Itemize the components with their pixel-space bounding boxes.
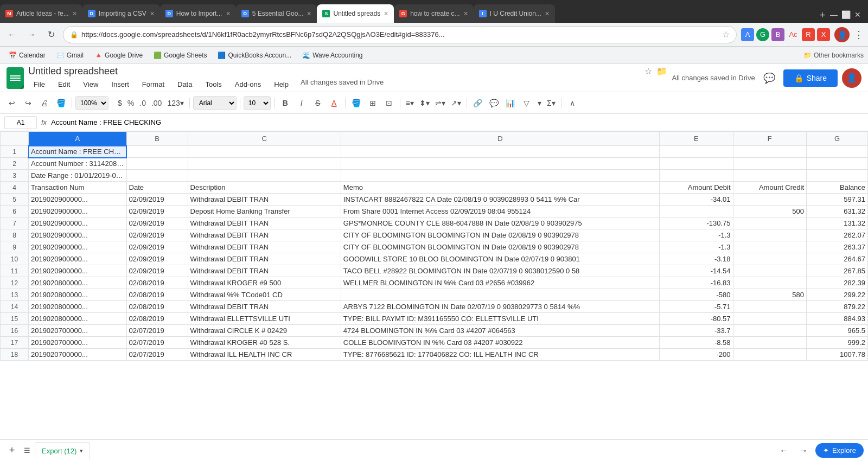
cell-d-row9[interactable]: CITY OF BLOOMINGTON BLOOMINGTON IN Date … [341, 241, 659, 253]
menu-tools[interactable]: Tools [200, 78, 227, 91]
cell-a-row8[interactable]: 2019020900000... [28, 229, 126, 241]
rotate-button[interactable]: ↗▾ [449, 95, 463, 111]
cell-c-row9[interactable]: Withdrawal DEBIT TRAN [188, 241, 341, 253]
cell-e-row2[interactable] [660, 158, 733, 170]
functions-button[interactable]: Σ▾ [545, 95, 558, 111]
cell-b-row12[interactable]: 02/08/2019 [126, 277, 188, 289]
align-button[interactable]: ≡▾ [404, 95, 416, 111]
bookmark-gmail[interactable]: ✉️Gmail [52, 50, 88, 60]
spreadsheet-title[interactable]: Untitled spreadsheet [28, 66, 640, 77]
cell-c-row11[interactable]: Withdrawal DEBIT TRAN [188, 265, 341, 277]
chart-button[interactable]: 📊 [503, 95, 518, 111]
cell-g-row11[interactable]: 267.85 [807, 265, 868, 277]
cell-a-row12[interactable]: 2019020800000... [28, 277, 126, 289]
cell-b-row8[interactable]: 02/09/2019 [126, 229, 188, 241]
cell-e-row16[interactable]: -33.7 [660, 325, 733, 337]
cell-g-row4[interactable]: Balance [807, 182, 868, 194]
cell-a-row17[interactable]: 2019020700000... [28, 337, 126, 349]
font-select[interactable]: Arial [193, 96, 237, 110]
cell-c-row5[interactable]: Withdrawal DEBIT TRAN [188, 194, 341, 206]
decimal-decrease-button[interactable]: .0 [137, 95, 148, 111]
user-avatar-browser[interactable]: 👤 [834, 27, 850, 42]
forward-button[interactable]: → [24, 27, 39, 42]
browser-tab-tab6[interactable]: G how to create c... ✕ [394, 4, 473, 23]
cell-b-row15[interactable]: 02/08/2019 [126, 313, 188, 325]
cell-d-row8[interactable]: CITY OF BLOOMINGTON BLOOMINGTON IN Date … [341, 229, 659, 241]
cell-a-row13[interactable]: 2019020800000... [28, 289, 126, 301]
cell-g-row9[interactable]: 263.37 [807, 241, 868, 253]
scroll-left-button[interactable]: ← [776, 443, 792, 458]
undo-button[interactable]: ↩ [4, 95, 20, 111]
cell-f-row6[interactable]: 500 [733, 206, 807, 217]
cell-f-row2[interactable] [733, 158, 807, 170]
cell-b-row6[interactable]: 02/09/2019 [126, 206, 188, 217]
cell-d-row7[interactable]: GPS*MONROE COUNTY CLE 888-6047888 IN Dat… [341, 217, 659, 229]
cell-b-row7[interactable]: 02/09/2019 [126, 217, 188, 229]
scroll-right-button[interactable]: → [796, 443, 811, 458]
browser-tab-tab1[interactable]: M Article Ideas - fe... ✕ [0, 4, 82, 23]
cell-d-row15[interactable]: TYPE: BILL PAYMT ID: M391165550 CO: ELLE… [341, 313, 659, 325]
cell-e-row13[interactable]: -580 [660, 289, 733, 301]
folder-icon[interactable]: 📁 [656, 66, 667, 76]
cell-c-row3[interactable] [188, 170, 341, 182]
cell-e-row11[interactable]: -14.54 [660, 265, 733, 277]
filter-button[interactable]: ▽ [519, 95, 534, 111]
back-button[interactable]: ← [4, 27, 20, 42]
paint-format-button[interactable]: 🪣 [53, 95, 68, 111]
col-header-a[interactable]: A [28, 132, 126, 146]
borders-button[interactable]: ⊞ [365, 95, 380, 111]
cell-a-row10[interactable]: 2019020900000... [28, 253, 126, 265]
cell-b-row5[interactable]: 02/09/2019 [126, 194, 188, 206]
cell-g-row18[interactable]: 1007.78 [807, 349, 868, 361]
browser-menu-button[interactable]: ⋮ [854, 29, 864, 41]
menu-data[interactable]: Data [172, 78, 197, 91]
cell-e-row1[interactable] [660, 146, 733, 158]
cell-c-row12[interactable]: Withdrawal KROGER #9 500 [188, 277, 341, 289]
cell-a-row11[interactable]: 2019020900000... [28, 265, 126, 277]
cell-e-row8[interactable]: -1.3 [660, 229, 733, 241]
zoom-select[interactable]: 100% [75, 96, 108, 110]
cell-e-row6[interactable] [660, 206, 733, 217]
cell-a-row3[interactable]: Date Range : 01/01/2019-02/09/2019 [28, 170, 126, 182]
cell-b-row18[interactable]: 02/07/2019 [126, 349, 188, 361]
cell-e-row12[interactable]: -16.83 [660, 277, 733, 289]
cell-g-row6[interactable]: 631.32 [807, 206, 868, 217]
cell-e-row4[interactable]: Amount Debit [660, 182, 733, 194]
insert-comment-button[interactable]: 💬 [487, 95, 502, 111]
cell-f-row8[interactable] [733, 229, 807, 241]
cell-f-row18[interactable] [733, 349, 807, 361]
cell-d-row4[interactable]: Memo [341, 182, 659, 194]
cell-g-row15[interactable]: 884.93 [807, 313, 868, 325]
cell-d-row10[interactable]: GOODWILL STORE 10 BLOO BLOOMINGTON IN Da… [341, 253, 659, 265]
cell-d-row16[interactable]: 4724 BLOOMINGTON IN %% Card 03 #4207 #06… [341, 325, 659, 337]
cell-g-row13[interactable]: 299.22 [807, 289, 868, 301]
cell-g-row17[interactable]: 999.2 [807, 337, 868, 349]
cell-f-row16[interactable] [733, 325, 807, 337]
link-button[interactable]: 🔗 [470, 95, 486, 111]
cell-c-row17[interactable]: Withdrawal KROGER #0 528 S. [188, 337, 341, 349]
cell-a-row4[interactable]: Transaction Num [28, 182, 126, 194]
bookmark-google_sheets[interactable]: 🟩Google Sheets [149, 50, 211, 60]
cell-d-row5[interactable]: INSTACART 8882467822 CA Date 02/08/19 0 … [341, 194, 659, 206]
cell-f-row15[interactable] [733, 313, 807, 325]
bookmark-calendar[interactable]: 📅Calendar [4, 50, 50, 60]
cell-a-row9[interactable]: 2019020900000... [28, 241, 126, 253]
strikethrough-button[interactable]: S [310, 95, 326, 111]
cell-d-row18[interactable]: TYPE: 8776685621 ID: 1770406822 CO: ILL … [341, 349, 659, 361]
cell-c-row15[interactable]: Withdrawal ELLETTSVILLE UTI [188, 313, 341, 325]
cell-c-row4[interactable]: Description [188, 182, 341, 194]
cell-g-row3[interactable] [807, 170, 868, 182]
ext-icon-r[interactable]: R [802, 28, 815, 41]
cell-c-row13[interactable]: Withdrawal %% TCode01 CD [188, 289, 341, 301]
cell-a-row15[interactable]: 2019020800000... [28, 313, 126, 325]
ext-icon-x[interactable]: X [817, 28, 830, 41]
cell-d-row17[interactable]: COLLE BLOOMINGTON IN %% Card 03 #4207 #0… [341, 337, 659, 349]
url-bar[interactable]: 🔒 https://docs.google.com/spreadsheets/d… [63, 26, 737, 43]
cell-a-row1[interactable]: Account Name : FREE CHECKING [28, 146, 126, 158]
number-format-button[interactable]: 123▾ [165, 95, 186, 111]
cell-a-row2[interactable]: Account Number : 31142087K0051 [28, 158, 126, 170]
ext-icon-acrobat[interactable]: Ac [787, 28, 800, 41]
cell-b-row2[interactable] [126, 158, 188, 170]
bookmark-quickbooks_accoun...[interactable]: 🟦QuickBooks Accoun... [213, 50, 296, 60]
cell-g-row16[interactable]: 965.5 [807, 325, 868, 337]
